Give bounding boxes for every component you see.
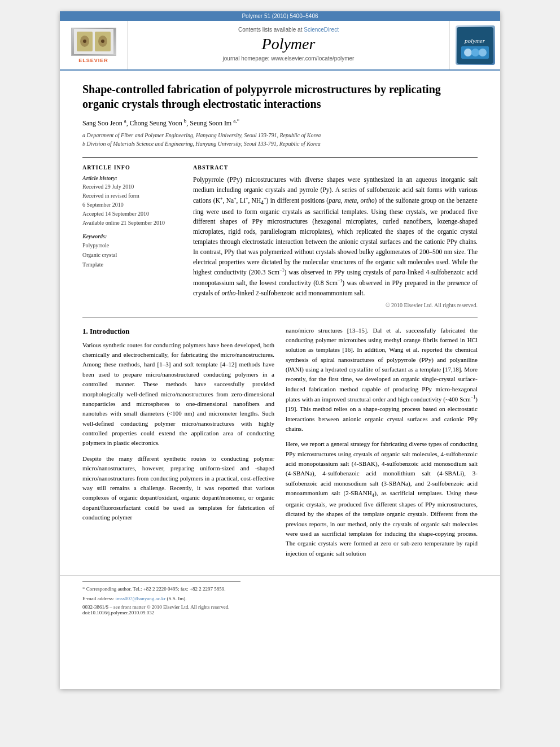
col2-para1: nano/micro structures [13–15]. Dal et al…: [286, 326, 478, 434]
elsevier-brand-text: ELSEVIER: [78, 58, 108, 63]
journal-title: Polymer: [139, 35, 438, 53]
elsevier-logo-image: [71, 28, 116, 56]
article-content: Shape-controlled fabrication of polypyrr…: [60, 71, 500, 575]
affiliation-b: b Division of Materials Science and Engi…: [82, 139, 478, 148]
email-line: E-mail address: imss007@hanyang.ac.kr (S…: [82, 595, 478, 603]
body-col-left: 1. Introduction Various synthetic routes…: [82, 326, 274, 565]
polymer-logo-image: polymer: [456, 25, 495, 65]
keywords-label: Keywords:: [82, 233, 184, 239]
article-title: Shape-controlled fabrication of polypyrr…: [82, 82, 478, 111]
affiliation-a: a Department of Fiber and Polymer Engine…: [82, 131, 478, 139]
svg-point-10: [464, 49, 472, 56]
abstract-heading: ABSTRACT: [193, 164, 478, 171]
svg-text:polymer: polymer: [464, 37, 485, 44]
intro-heading: 1. Introduction: [82, 326, 274, 337]
accepted-date: Accepted 14 September 2010: [82, 209, 184, 219]
sciencedirect-line: Contents lists available at ScienceDirec…: [139, 27, 438, 33]
abstract-text: Polypyrrole (PPy) microstructures with d…: [193, 175, 478, 299]
doi-line: doi:10.1016/j.polymer.2010.09.032: [82, 610, 478, 615]
email-label: E-mail address:: [82, 596, 115, 601]
history-label: Article history:: [82, 175, 184, 181]
abstract-col: ABSTRACT Polypyrrole (PPy) microstructur…: [193, 164, 478, 308]
email-author: (S.S. Im).: [167, 596, 187, 601]
footer: * Corresponding author. Tel.: +82 2 2220…: [60, 575, 500, 618]
body-columns: 1. Introduction Various synthetic routes…: [82, 317, 478, 565]
elsevier-logo: ELSEVIER: [71, 28, 116, 63]
journal-issue: Polymer 51 (2010) 5400–5406: [242, 13, 318, 19]
available-date: Available online 21 September 2010: [82, 219, 184, 228]
homepage-line: journal homepage: www.elsevier.com/locat…: [139, 55, 438, 62]
revised-date: 6 September 2010: [82, 200, 184, 209]
journal-page: Polymer 51 (2010) 5400–5406 ELSEVIER: [60, 11, 500, 689]
svg-point-6: [101, 40, 104, 43]
svg-point-12: [479, 49, 487, 56]
intro-para2: Despite the many different synthetic rou…: [82, 454, 274, 523]
polymer-logo-section: polymer: [449, 21, 500, 69]
corresponding-author: * Corresponding author. Tel.: +82 2 2220…: [82, 586, 478, 593]
col2-para2: Here, we report a general strategy for f…: [286, 439, 478, 558]
author-names: Sang Soo Jeon a, Chong Seung Yoon b, Seu…: [82, 119, 239, 127]
keywords-section: Keywords: Polypyrrole Organic crystal Te…: [82, 233, 184, 269]
elsevier-logo-section: ELSEVIER: [60, 21, 128, 69]
article-history: Article history: Received 29 July 2010 R…: [82, 175, 184, 228]
journal-info-center: Contents lists available at ScienceDirec…: [128, 21, 449, 69]
svg-point-5: [83, 40, 86, 43]
sciencedirect-link[interactable]: ScienceDirect: [304, 27, 339, 33]
body-col-right: nano/micro structures [13–15]. Dal et al…: [286, 326, 478, 565]
article-info-col: ARTICLE INFO Article history: Received 2…: [82, 164, 184, 308]
keyword-2: Organic crystal: [82, 250, 184, 260]
journal-header: ELSEVIER Contents lists available at Sci…: [60, 21, 500, 71]
received-date: Received 29 July 2010: [82, 182, 184, 191]
keyword-3: Template: [82, 260, 184, 269]
footer-divider: [82, 582, 240, 582]
authors-line: Sang Soo Jeon a, Chong Seung Yoon b, Seu…: [82, 118, 478, 128]
intro-para1: Various synthetic routes for conducting …: [82, 340, 274, 448]
affiliations: a Department of Fiber and Polymer Engine…: [82, 131, 478, 148]
info-abstract-section: ARTICLE INFO Article history: Received 2…: [82, 157, 478, 308]
issn-line: 0032-3861/$ – see front matter © 2010 El…: [82, 604, 478, 610]
svg-point-11: [471, 49, 479, 56]
copyright-line: © 2010 Elsevier Ltd. All rights reserved…: [193, 302, 478, 308]
email-address[interactable]: imss007@hanyang.ac.kr: [115, 596, 165, 601]
article-info-heading: ARTICLE INFO: [82, 164, 184, 171]
revised-label: Received in revised form: [82, 191, 184, 200]
top-bar: Polymer 51 (2010) 5400–5406: [60, 11, 500, 21]
keyword-1: Polypyrrole: [82, 241, 184, 250]
